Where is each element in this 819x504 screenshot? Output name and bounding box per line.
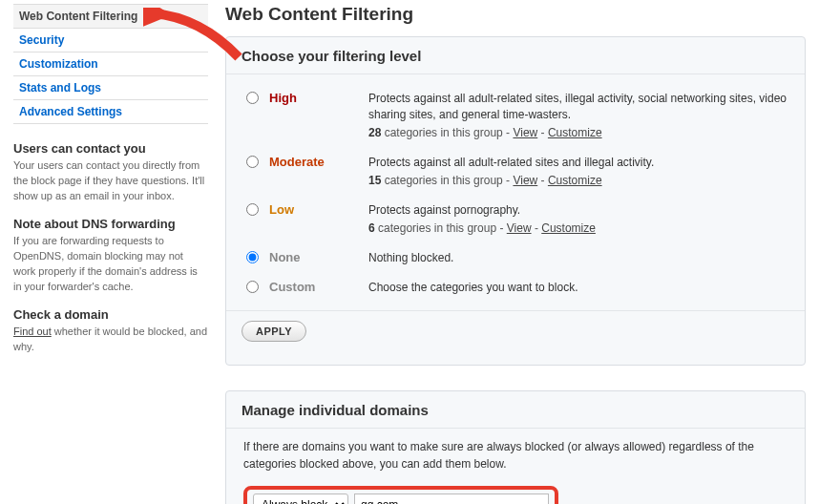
customize-link-high[interactable]: Customize: [548, 126, 602, 139]
nav-item-security[interactable]: Security: [13, 29, 208, 52]
nav-item-stats-and-logs[interactable]: Stats and Logs: [13, 76, 208, 100]
nav-item-web-content-filtering[interactable]: Web Content Filtering: [13, 4, 208, 29]
level-desc-none: Nothing blocked.: [368, 250, 789, 266]
level-radio-moderate[interactable]: [246, 156, 259, 168]
level-label-high: High: [262, 91, 368, 105]
find-out-link[interactable]: Find out: [13, 326, 52, 337]
level-label-none: None: [262, 250, 368, 264]
sidebar-text-check: Find out whether it would be blocked, an…: [13, 324, 208, 354]
settings-nav: Web Content FilteringSecurityCustomizati…: [13, 4, 208, 124]
nav-item-advanced-settings[interactable]: Advanced Settings: [13, 100, 208, 124]
customize-link-moderate[interactable]: Customize: [548, 174, 602, 187]
level-row-none: NoneNothing blocked.: [242, 243, 789, 273]
view-link-moderate[interactable]: View: [513, 174, 537, 187]
sidebar-text-contact: Your users can contact you directly from…: [13, 158, 208, 203]
level-desc-high: Protects against all adult-related sites…: [368, 91, 789, 141]
level-row-custom: CustomChoose the categories you want to …: [242, 273, 789, 303]
view-link-low[interactable]: View: [507, 221, 532, 235]
sidebar-heading-check: Check a domain: [13, 307, 208, 322]
level-label-custom: Custom: [262, 280, 368, 294]
highlight-box: Always blockNever block: [243, 486, 558, 504]
customize-link-low[interactable]: Customize: [541, 221, 596, 235]
level-label-moderate: Moderate: [262, 155, 368, 169]
page-title: Web Content Filtering: [225, 4, 806, 25]
sidebar-text-dns: If you are forwarding requests to OpenDN…: [13, 233, 208, 294]
apply-button[interactable]: APPLY: [242, 321, 306, 342]
manage-domains-heading: Manage individual domains: [226, 391, 805, 429]
sidebar-heading-contact: Users can contact you: [13, 141, 208, 156]
sidebar-heading-dns: Note about DNS forwarding: [13, 217, 208, 231]
level-desc-low: Protects against pornography.6 categorie…: [368, 202, 789, 237]
level-radio-none[interactable]: [246, 251, 259, 263]
domain-input[interactable]: [354, 494, 549, 504]
filtering-level-panel: Choose your filtering level HighProtects…: [225, 36, 806, 366]
level-desc-custom: Choose the categories you want to block.: [368, 280, 789, 296]
filtering-level-heading: Choose your filtering level: [226, 37, 805, 74]
view-link-high[interactable]: View: [513, 126, 537, 139]
level-radio-custom[interactable]: [246, 281, 259, 293]
level-desc-moderate: Protects against all adult-related sites…: [368, 155, 789, 189]
domain-mode-select[interactable]: Always blockNever block: [253, 494, 348, 504]
level-label-low: Low: [262, 202, 368, 217]
manage-domains-panel: Manage individual domains If there are d…: [225, 390, 806, 504]
nav-item-customization[interactable]: Customization: [13, 52, 208, 76]
level-row-low: LowProtects against pornography.6 catego…: [242, 196, 789, 243]
manage-domains-intro: If there are domains you want to make su…: [243, 438, 788, 472]
level-radio-high[interactable]: [246, 92, 259, 104]
level-row-high: HighProtects against all adult-related s…: [242, 84, 789, 148]
level-row-moderate: ModerateProtects against all adult-relat…: [242, 148, 789, 196]
level-radio-low[interactable]: [246, 203, 259, 216]
